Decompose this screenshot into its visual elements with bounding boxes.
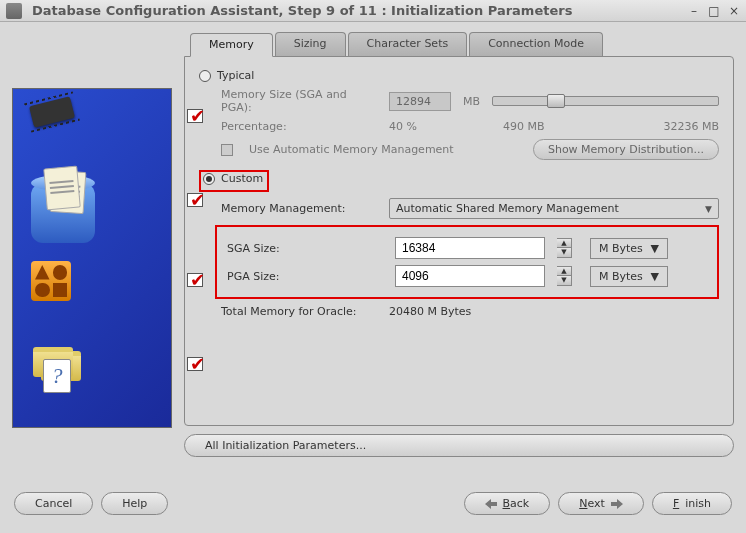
spinner-up-icon[interactable]: ▲ <box>557 239 571 248</box>
sga-size-input[interactable] <box>395 237 545 259</box>
wizard-step-hardware-icon <box>31 101 73 123</box>
step-check-icon: ✔ <box>187 109 207 127</box>
help-button[interactable]: Help <box>101 492 168 515</box>
memory-size-field: 12894 <box>389 92 451 111</box>
chevron-down-icon: ▼ <box>705 204 712 214</box>
memory-slider <box>492 96 719 106</box>
cancel-button[interactable]: Cancel <box>14 492 93 515</box>
spinner-down-icon[interactable]: ▼ <box>557 276 571 285</box>
pga-size-input[interactable] <box>395 265 545 287</box>
tab-connection-mode[interactable]: Connection Mode <box>469 32 603 56</box>
step-check-icon: ✔ <box>187 193 207 211</box>
app-icon <box>6 3 22 19</box>
slider-max-value: 32236 MB <box>663 120 719 133</box>
total-memory-value: 20480 M Bytes <box>389 305 471 318</box>
auto-memory-checkbox <box>221 144 233 156</box>
close-button[interactable]: × <box>728 5 740 17</box>
spinner-down-icon[interactable]: ▼ <box>557 248 571 257</box>
auto-memory-label: Use Automatic Memory Management <box>249 143 521 156</box>
memory-size-label: Memory Size (SGA and PGA): <box>221 88 377 114</box>
custom-radio[interactable] <box>203 173 215 185</box>
memory-management-label: Memory Management: <box>221 202 377 215</box>
sga-size-label: SGA Size: <box>227 242 383 255</box>
wizard-step-help-icon: ? <box>31 345 81 387</box>
typical-label: Typical <box>217 69 254 82</box>
wizard-sidebar: ? ✔ ✔ ✔ ✔ <box>12 88 172 428</box>
memory-panel: Typical Memory Size (SGA and PGA): 12894… <box>184 56 734 426</box>
chevron-down-icon: ▼ <box>651 242 659 255</box>
arrow-left-icon <box>485 499 497 509</box>
pga-spinner[interactable]: ▲▼ <box>557 266 572 286</box>
percentage-label: Percentage: <box>221 120 377 133</box>
wizard-step-storage-icon <box>31 183 95 243</box>
back-label: ack <box>510 497 529 510</box>
wizard-button-bar: Cancel Help Back Next Finish <box>0 482 746 525</box>
tabs: Memory Sizing Character Sets Connection … <box>190 32 734 56</box>
next-label: ext <box>587 497 604 510</box>
maximize-button[interactable]: □ <box>708 5 720 17</box>
pga-unit-dropdown[interactable]: M Bytes ▼ <box>590 266 668 287</box>
pga-unit-value: M Bytes <box>599 270 643 283</box>
window-title: Database Configuration Assistant, Step 9… <box>32 3 688 18</box>
wizard-step-options-icon <box>31 261 71 301</box>
finish-label: inish <box>685 497 711 510</box>
minimize-button[interactable]: – <box>688 5 700 17</box>
typical-radio[interactable] <box>199 70 211 82</box>
pga-size-label: PGA Size: <box>227 270 383 283</box>
all-initialization-parameters-button[interactable]: All Initialization Parameters... <box>184 434 734 457</box>
sga-spinner[interactable]: ▲▼ <box>557 238 572 258</box>
tab-sizing[interactable]: Sizing <box>275 32 346 56</box>
tab-character-sets[interactable]: Character Sets <box>348 32 468 56</box>
finish-button[interactable]: Finish <box>652 492 732 515</box>
back-button[interactable]: Back <box>464 492 551 515</box>
show-memory-distribution-button: Show Memory Distribution... <box>533 139 719 160</box>
memory-size-unit: MB <box>463 95 480 108</box>
sga-unit-value: M Bytes <box>599 242 643 255</box>
memory-management-dropdown[interactable]: Automatic Shared Memory Management ▼ <box>389 198 719 219</box>
titlebar: Database Configuration Assistant, Step 9… <box>0 0 746 22</box>
percentage-value: 40 % <box>389 120 451 133</box>
arrow-right-icon <box>611 499 623 509</box>
total-memory-label: Total Memory for Oracle: <box>221 305 377 318</box>
spinner-up-icon[interactable]: ▲ <box>557 267 571 276</box>
chevron-down-icon: ▼ <box>651 270 659 283</box>
step-check-icon: ✔ <box>187 273 207 291</box>
memory-management-value: Automatic Shared Memory Management <box>396 202 619 215</box>
step-check-icon: ✔ <box>187 357 207 375</box>
sga-unit-dropdown[interactable]: M Bytes ▼ <box>590 238 668 259</box>
custom-label: Custom <box>221 172 263 185</box>
tab-memory[interactable]: Memory <box>190 33 273 57</box>
slider-thumb-icon <box>547 94 565 108</box>
next-button[interactable]: Next <box>558 492 644 515</box>
slider-mid-value: 490 MB <box>503 120 563 133</box>
